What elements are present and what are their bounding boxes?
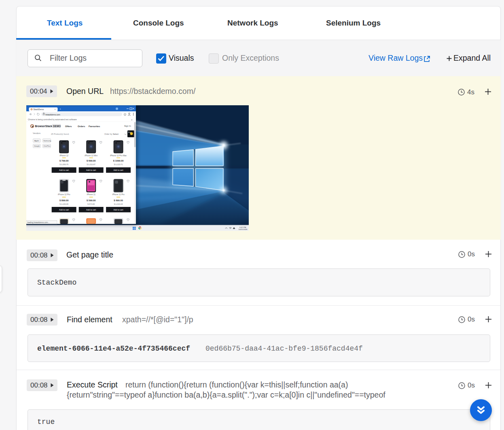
svg-text:$ 1,199.88: $ 1,199.88 — [59, 203, 68, 205]
svg-text:Favourites: Favourites — [89, 125, 100, 128]
svg-text:StackDemo: StackDemo — [34, 108, 44, 111]
svg-text:$ 699.00: $ 699.00 — [87, 160, 96, 162]
svg-text:BrowserStack: BrowserStack — [35, 125, 53, 128]
svg-text:Apple: Apple — [34, 140, 39, 142]
svg-text:bstackdemo.com: bstackdemo.com — [46, 114, 60, 116]
svg-text:Google: Google — [34, 145, 40, 147]
svg-text:iPhone 12 Mini: iPhone 12 Mini — [85, 155, 97, 157]
svg-text:×: × — [55, 108, 56, 111]
svg-text:25 Product(s) found.: 25 Product(s) found. — [51, 133, 69, 135]
svg-text:Add to cart: Add to cart — [59, 169, 69, 171]
svg-text:$ 1,022.28: $ 1,022.28 — [114, 203, 123, 205]
svg-text:$ 599.00: $ 599.00 — [87, 199, 96, 202]
svg-text:Buy: Buy — [128, 131, 131, 133]
svg-text:$ 1,122.71: $ 1,122.71 — [114, 164, 123, 166]
svg-text:$ 1,366.76: $ 1,366.76 — [59, 164, 68, 166]
svg-text:×: × — [131, 119, 133, 121]
svg-text:Orders: Orders — [78, 125, 85, 128]
svg-text:Vendors: Vendors — [33, 132, 40, 134]
svg-text:Order by: Order by — [104, 133, 112, 135]
svg-text:Samsung: Samsung — [44, 140, 51, 142]
svg-text:OnePlus: OnePlus — [44, 145, 51, 147]
svg-text:iPhone 11: iPhone 11 — [87, 194, 96, 196]
svg-text:Add to cart: Add to cart — [86, 209, 96, 211]
svg-text:10/21/2026: 10/21/2026 — [239, 228, 248, 230]
svg-text:iPhone 12 Pro: iPhone 12 Pro — [58, 194, 70, 196]
svg-text:Select: Select — [113, 133, 119, 135]
svg-text:+: + — [59, 108, 61, 111]
svg-text:$ 1099.00: $ 1099.00 — [113, 160, 124, 162]
svg-text:Add to cart: Add to cart — [59, 209, 69, 211]
svg-text:Add to cart: Add to cart — [114, 209, 124, 211]
svg-text:Add to cart: Add to cart — [114, 169, 124, 171]
svg-text:loading bstackdemo.com...: loading bstackdemo.com... — [28, 221, 50, 224]
svg-text:Chrome is being controlled by: Chrome is being controlled by automated … — [28, 118, 77, 121]
svg-text:$ 699.00: $ 699.00 — [114, 199, 123, 202]
svg-text:5:57 PM: 5:57 PM — [239, 226, 246, 228]
svg-text:iPhone 11 Pro: iPhone 11 Pro — [112, 194, 125, 196]
svg-text:$ 874.88: $ 874.88 — [87, 203, 95, 205]
svg-text:$ 1,311.87: $ 1,311.87 — [87, 164, 96, 166]
svg-text:DEMO: DEMO — [53, 125, 61, 128]
svg-text:iPhone 12 Pro Max: iPhone 12 Pro Max — [110, 155, 127, 157]
svg-text:Offers: Offers — [65, 125, 72, 128]
svg-text:$ 899.00: $ 899.00 — [59, 199, 69, 202]
svg-text:iPhone 12: iPhone 12 — [59, 155, 68, 157]
svg-text:Add to cart: Add to cart — [86, 169, 96, 171]
svg-text:$ 799.00: $ 799.00 — [59, 160, 69, 162]
svg-text:Sign In: Sign In — [124, 125, 131, 127]
